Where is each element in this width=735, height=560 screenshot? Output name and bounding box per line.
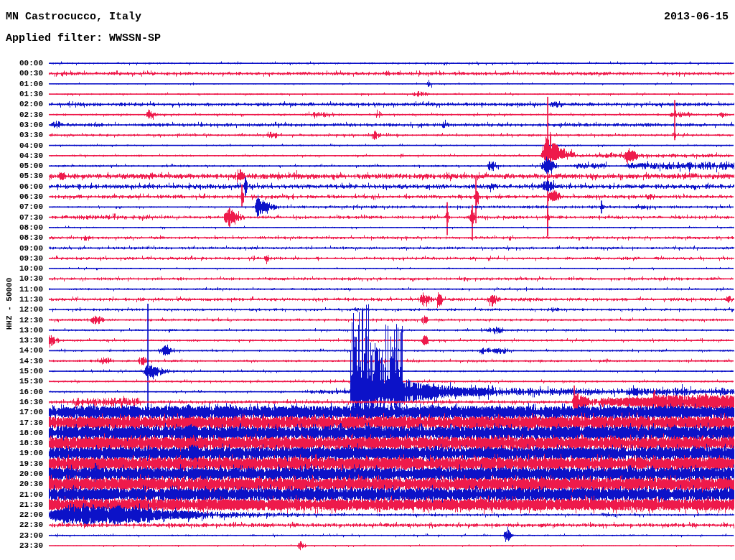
row-time-label: 23:00 <box>0 531 43 540</box>
row-time-label: 16:30 <box>0 398 43 406</box>
row-time-label: 03:30 <box>0 131 43 139</box>
row-time-label: 01:30 <box>0 90 43 98</box>
row-time-label: 09:30 <box>0 254 43 263</box>
row-time-label: 15:00 <box>0 367 43 375</box>
row-time-label: 23:30 <box>0 541 43 550</box>
row-time-label: 08:30 <box>0 233 43 242</box>
row-time-label: 00:30 <box>0 69 43 78</box>
row-time-label: 13:00 <box>0 326 43 335</box>
row-time-label: 08:00 <box>0 223 43 232</box>
applied-filter-label: Applied filter: WWSSN-SP <box>6 32 161 45</box>
row-time-label: 10:30 <box>0 274 43 283</box>
row-time-label: 21:00 <box>0 490 43 499</box>
row-time-label: 20:00 <box>0 470 43 478</box>
row-time-label: 13:30 <box>0 336 43 345</box>
row-time-label: 11:00 <box>0 285 43 294</box>
row-time-label: 19:30 <box>0 459 43 468</box>
row-time-label: 17:00 <box>0 408 43 416</box>
row-time-label: 19:00 <box>0 449 43 457</box>
row-time-label: 06:30 <box>0 192 43 201</box>
row-time-label: 05:30 <box>0 172 43 180</box>
row-time-label: 10:00 <box>0 264 43 273</box>
station-title: MN Castrocucco, Italy <box>6 11 141 23</box>
row-time-label: 14:00 <box>0 346 43 355</box>
row-time-label: 04:30 <box>0 151 43 160</box>
row-time-label: 09:00 <box>0 244 43 253</box>
row-time-label: 15:30 <box>0 377 43 386</box>
row-time-label: 17:30 <box>0 419 43 427</box>
row-time-label: 20:30 <box>0 480 43 488</box>
row-time-label: 22:00 <box>0 510 43 519</box>
row-time-label: 16:00 <box>0 388 43 396</box>
row-time-label: 04:00 <box>0 141 43 150</box>
row-time-label: 11:30 <box>0 295 43 304</box>
row-time-label: 01:00 <box>0 80 43 88</box>
seismogram-canvas <box>0 0 735 560</box>
row-time-label: 14:30 <box>0 357 43 365</box>
row-time-label: 18:30 <box>0 439 43 447</box>
row-time-label: 06:00 <box>0 182 43 191</box>
helicorder-page: MN Castrocucco, Italy 2013-06-15 Applied… <box>0 0 735 560</box>
row-time-label: 18:00 <box>0 429 43 437</box>
row-time-label: 12:00 <box>0 305 43 314</box>
row-time-label: 03:00 <box>0 121 43 129</box>
row-time-label: 02:30 <box>0 111 43 119</box>
row-time-label: 22:30 <box>0 521 43 529</box>
row-time-label: 02:00 <box>0 100 43 108</box>
record-date: 2013-06-15 <box>664 11 729 23</box>
row-time-label: 00:00 <box>0 59 43 67</box>
row-time-label: 21:30 <box>0 500 43 509</box>
row-time-label: 12:30 <box>0 316 43 325</box>
row-time-label: 07:00 <box>0 202 43 211</box>
row-time-label: 05:00 <box>0 162 43 170</box>
row-time-label: 07:30 <box>0 213 43 222</box>
